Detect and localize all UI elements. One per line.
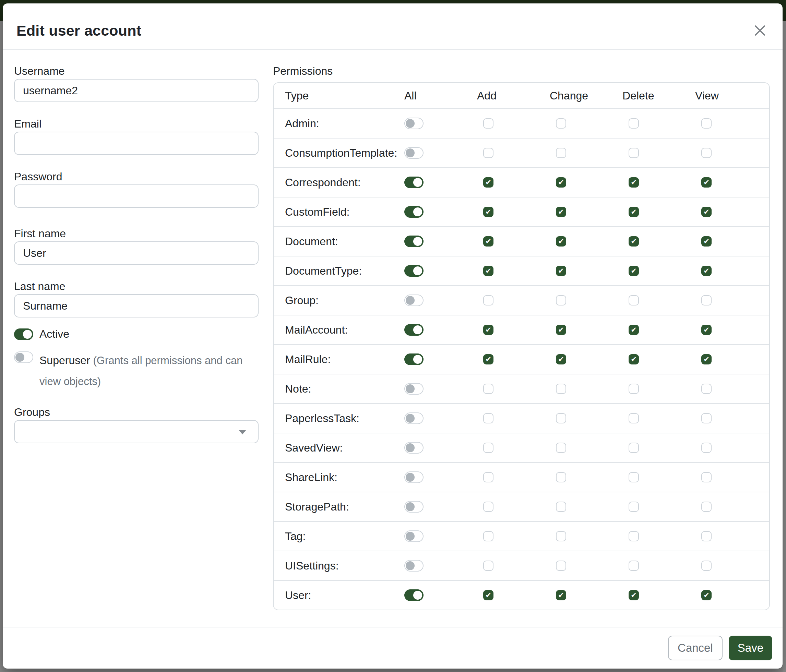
perm-checkbox-delete[interactable]: ✔ xyxy=(629,207,639,217)
active-toggle[interactable] xyxy=(14,328,33,340)
perm-toggle-all[interactable] xyxy=(404,118,423,129)
perm-checkbox-add[interactable] xyxy=(483,295,494,306)
email-input[interactable] xyxy=(14,132,259,155)
perm-toggle-all[interactable] xyxy=(404,324,423,336)
perm-checkbox-change[interactable] xyxy=(556,531,566,542)
perm-checkbox-change[interactable] xyxy=(556,502,566,512)
perm-checkbox-change[interactable] xyxy=(556,384,566,394)
perm-toggle-all[interactable] xyxy=(404,265,423,277)
perm-checkbox-change[interactable]: ✔ xyxy=(556,325,566,335)
perm-checkbox-view[interactable] xyxy=(701,148,712,158)
perm-toggle-all[interactable] xyxy=(404,501,423,513)
perm-checkbox-delete[interactable] xyxy=(629,295,639,306)
perm-checkbox-view[interactable] xyxy=(701,295,712,306)
perm-checkbox-view[interactable] xyxy=(701,384,712,394)
perm-checkbox-change[interactable] xyxy=(556,443,566,453)
perm-checkbox-change[interactable] xyxy=(556,561,566,571)
perm-checkbox-change[interactable] xyxy=(556,118,566,129)
perm-checkbox-delete[interactable] xyxy=(629,443,639,453)
perm-checkbox-view[interactable]: ✔ xyxy=(701,177,712,188)
perm-toggle-all[interactable] xyxy=(404,560,423,572)
perm-checkbox-view[interactable] xyxy=(701,502,712,512)
perm-checkbox-add[interactable] xyxy=(483,502,494,512)
perm-checkbox-delete[interactable]: ✔ xyxy=(629,177,639,188)
perm-cell-add xyxy=(475,295,548,306)
perm-checkbox-view[interactable]: ✔ xyxy=(701,354,712,364)
perm-toggle-all[interactable] xyxy=(404,383,423,395)
perm-checkbox-delete[interactable] xyxy=(629,472,639,482)
perm-checkbox-change[interactable]: ✔ xyxy=(556,236,566,247)
perm-checkbox-view[interactable]: ✔ xyxy=(701,266,712,276)
perm-checkbox-view[interactable] xyxy=(701,472,712,482)
perm-checkbox-view[interactable] xyxy=(701,561,712,571)
perm-checkbox-add[interactable] xyxy=(483,148,494,158)
perm-checkbox-add[interactable]: ✔ xyxy=(483,325,494,335)
toggle-knob xyxy=(413,237,422,246)
username-input[interactable] xyxy=(14,79,259,102)
perm-checkbox-change[interactable]: ✔ xyxy=(556,590,566,600)
perm-toggle-all[interactable] xyxy=(404,295,423,306)
groups-select[interactable] xyxy=(14,420,259,443)
perm-checkbox-add[interactable] xyxy=(483,443,494,453)
password-input[interactable] xyxy=(14,184,259,208)
perm-checkbox-delete[interactable]: ✔ xyxy=(629,325,639,335)
perm-toggle-all[interactable] xyxy=(404,589,423,601)
perm-toggle-all[interactable] xyxy=(404,413,423,424)
perm-checkbox-change[interactable]: ✔ xyxy=(556,354,566,364)
perm-checkbox-delete[interactable] xyxy=(629,413,639,424)
perm-toggle-all[interactable] xyxy=(404,531,423,542)
perm-cell-add: ✔ xyxy=(475,236,548,247)
perm-checkbox-view[interactable] xyxy=(701,531,712,542)
perm-checkbox-view[interactable] xyxy=(701,118,712,129)
perm-checkbox-view[interactable]: ✔ xyxy=(701,207,712,217)
page-scrollbar[interactable] xyxy=(783,21,786,672)
perm-checkbox-delete[interactable]: ✔ xyxy=(629,354,639,364)
perm-checkbox-add[interactable]: ✔ xyxy=(483,236,494,247)
perm-checkbox-delete[interactable]: ✔ xyxy=(629,266,639,276)
perm-checkbox-view[interactable]: ✔ xyxy=(701,236,712,247)
perm-checkbox-add[interactable] xyxy=(483,472,494,482)
save-button[interactable]: Save xyxy=(729,636,772,660)
perm-checkbox-add[interactable]: ✔ xyxy=(483,354,494,364)
perm-checkbox-add[interactable] xyxy=(483,561,494,571)
perm-checkbox-delete[interactable] xyxy=(629,561,639,571)
perm-checkbox-view[interactable] xyxy=(701,413,712,424)
perm-checkbox-view[interactable]: ✔ xyxy=(701,325,712,335)
last-name-input[interactable] xyxy=(14,294,259,317)
perm-checkbox-change[interactable] xyxy=(556,413,566,424)
perm-checkbox-change[interactable]: ✔ xyxy=(556,266,566,276)
perm-checkbox-add[interactable] xyxy=(483,531,494,542)
perm-toggle-all[interactable] xyxy=(404,206,423,218)
perm-toggle-all[interactable] xyxy=(404,353,423,365)
perm-checkbox-add[interactable] xyxy=(483,413,494,424)
perm-checkbox-change[interactable] xyxy=(556,148,566,158)
perm-checkbox-add[interactable]: ✔ xyxy=(483,266,494,276)
perm-checkbox-delete[interactable] xyxy=(629,531,639,542)
perm-checkbox-view[interactable] xyxy=(701,443,712,453)
cancel-button[interactable]: Cancel xyxy=(668,636,723,660)
perm-toggle-all[interactable] xyxy=(404,471,423,483)
perm-checkbox-view[interactable]: ✔ xyxy=(701,590,712,600)
close-button[interactable] xyxy=(751,22,769,39)
perm-toggle-all[interactable] xyxy=(404,147,423,159)
perm-checkbox-change[interactable]: ✔ xyxy=(556,207,566,217)
perm-checkbox-change[interactable]: ✔ xyxy=(556,177,566,188)
perm-checkbox-add[interactable] xyxy=(483,118,494,129)
perm-checkbox-delete[interactable]: ✔ xyxy=(629,236,639,247)
perm-checkbox-change[interactable] xyxy=(556,472,566,482)
perm-checkbox-delete[interactable] xyxy=(629,502,639,512)
perm-toggle-all[interactable] xyxy=(404,177,423,188)
perm-checkbox-delete[interactable] xyxy=(629,118,639,129)
perm-checkbox-delete[interactable] xyxy=(629,148,639,158)
superuser-toggle[interactable] xyxy=(14,352,33,363)
perm-checkbox-add[interactable]: ✔ xyxy=(483,177,494,188)
perm-toggle-all[interactable] xyxy=(404,236,423,247)
perm-checkbox-add[interactable]: ✔ xyxy=(483,207,494,217)
perm-toggle-all[interactable] xyxy=(404,442,423,454)
perm-checkbox-delete[interactable]: ✔ xyxy=(629,590,639,600)
perm-checkbox-add[interactable] xyxy=(483,384,494,394)
first-name-input[interactable] xyxy=(14,241,259,265)
perm-checkbox-delete[interactable] xyxy=(629,384,639,394)
perm-checkbox-change[interactable] xyxy=(556,295,566,306)
perm-checkbox-add[interactable]: ✔ xyxy=(483,590,494,600)
